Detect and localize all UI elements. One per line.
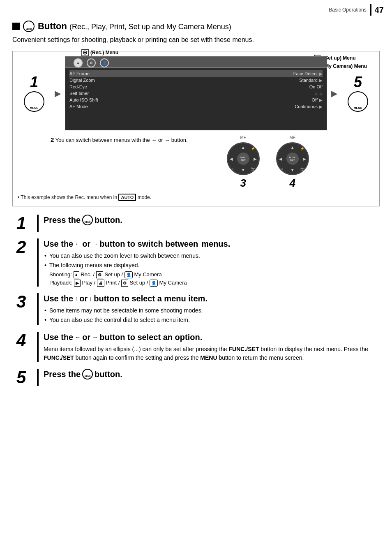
step-4-bar [37,332,39,362]
controller-step4: MF ▲ ▼ ◀ ▶ FUNCSET ⚡ ☼ 📷 4 [276,135,309,190]
step-5-menu-icon: MENU [82,369,93,379]
step-5-heading: Press the MENU button. [44,369,376,379]
step-1-bar [37,215,39,232]
setup-icon-badge-2: ⚙ [121,280,128,287]
step-4-row: 4 Use the ← or → button to select an opt… [16,332,376,362]
title-description: Convenient settings for shooting, playba… [12,35,380,44]
menu-icon-label: MENU [26,28,32,30]
step-4-number: 4 [16,332,26,349]
step-2-bullet-2: The following menus are displayed. [49,261,376,270]
print-icon-badge: 🖨 [97,280,104,287]
setup-icon-badge: ⚙ [96,271,103,278]
step-2-number-col: 2 [16,238,37,256]
header-bar [370,4,371,16]
title-square-icon [12,23,20,30]
step-3-bullet-1: Some items may not be selectable in some… [49,306,376,315]
step-3-arrow-down: ↓ [89,295,92,302]
page-header: Basic Operations 47 [329,4,392,16]
controller-center-3: FUNCSET [237,153,249,165]
step-1-menu-icon: MENU [82,215,93,225]
menu-row-self-timer: Self-timer ☼☼ [69,90,323,97]
step-3-bar [37,293,39,325]
camera-menu-items: AF Frame Face Detect ▶ Digital Zoom Stan… [65,68,327,112]
camera-tab-rec[interactable]: ● [74,58,83,67]
diagram-step2-area: 2 You can switch between menus with the … [51,135,188,145]
diagram-step5-number: 5 [354,75,362,90]
page-number: 47 [375,5,392,15]
rec-menu-callout: (Rec.) Menu [81,49,118,56]
step-3-heading: Use the ↑ or ↓ button to select a menu i… [44,293,376,304]
diagram-step3-num: 3 [240,177,246,190]
step-2-bar [37,238,39,287]
step-4-para: Menu items followed by an ellipsis (...)… [44,345,376,362]
step-3-bullet-2: You can also use the control dial to sel… [49,316,376,324]
steps-section: 1 Press the MENU button. 2 Us [12,215,380,386]
diagram-arrow-2: ▶ [331,88,337,98]
rec-icon [81,49,89,56]
step-2-body: You can also use the zoom lever to switc… [44,252,376,287]
camera-screen-area: (Rec.) Menu ● ⚙ 👤 AF Frame Face Detect ▶ [65,56,327,130]
controller-ring-3: ▲ ▼ ◀ ▶ FUNCSET ⚡ ☼ 📷 [227,142,260,175]
rec-icon-badge: ● [74,271,79,278]
step-3-number-col: 3 [16,293,37,310]
step-4-body: Menu items followed by an ellipsis (...)… [44,345,376,362]
step-3-content: Use the ↑ or ↓ button to select a menu i… [44,293,376,325]
step-2-arrow-right: → [92,240,98,248]
step-3-body: Some items may not be selectable in some… [44,306,376,324]
step-1-number: 1 [16,215,26,232]
page-title: Button (Rec., Play, Print, Set up and My… [38,21,231,32]
menu-row-af-mode: AF Mode Continuous ▶ [69,103,323,110]
step-4-heading: Use the ← or → button to select an optio… [44,332,376,342]
diagram-bottom: 2 You can switch between menus with the … [18,135,374,190]
step-4-content: Use the ← or → button to select an optio… [44,332,376,362]
step-2-number: 2 [16,238,26,256]
menu-row-red-eye: Red-Eye On Off [69,83,323,90]
step-3-arrow-up: ↑ [75,295,78,302]
step-5-bar [37,369,39,386]
auto-mode-badge: AUTO [118,194,136,201]
controllers-area: MF ▲ ▼ ◀ ▶ FUNCSET ⚡ ☼ 📷 3 [194,135,341,190]
step-2-shooting: Shooting: ● Rec. / ⚙ Set up / 👤 My Camer… [49,271,376,279]
controller-center-4: FUNCSET [286,153,299,165]
diagram-note: • This example shows the Rec. menu when … [18,194,374,201]
section-label: Basic Operations [329,7,369,13]
step-5-number: 5 [16,369,26,386]
step-1-content: Press the MENU button. [44,215,376,228]
title-section: MENU Button (Rec., Play, Print, Set up a… [12,21,380,32]
step-5-content: Press the MENU button. [44,369,376,382]
step-3-number: 3 [16,293,26,310]
menu-row-digital-zoom: Digital Zoom Standard ▶ [69,77,323,83]
step-1-row: 1 Press the MENU button. [16,215,376,232]
diagram-step2-text: 2 You can switch between menus with the … [51,135,188,145]
step-2-row: 2 Use the ← or → button to switch betwee… [16,238,376,287]
step-5-number-col: 5 [16,369,37,386]
diagram-inner: 1 MENU ▶ (Rec.) Menu [18,56,374,130]
camera-tab-setup[interactable]: ⚙ [87,58,96,67]
step-1-heading: Press the MENU button. [44,215,376,225]
controller-ring-4: ▲ ▼ ◀ ▶ FUNCSET ⚡ ☼ 📷 [276,142,309,175]
diagram-step1: 1 MENU [18,75,51,112]
menu-row-af-frame: AF Frame Face Detect ▶ [69,70,323,77]
diagram-step1-number: 1 [30,75,38,90]
svg-point-6 [84,52,86,53]
menu-row-auto-iso: Auto ISO Shift Off ▶ [69,97,323,103]
controller-mf-label-3: MF [240,135,246,140]
diagram-step4-num: 4 [290,177,295,190]
controller-mf-label-4: MF [290,135,295,140]
step-3-row: 3 Use the ↑ or ↓ button to select a menu… [16,293,376,325]
mycam-icon-badge-2: 👤 [150,280,158,287]
camera-screen: ● ⚙ 👤 AF Frame Face Detect ▶ Digital Zoo… [65,56,327,130]
step-2-arrow-left: ← [75,240,81,248]
diagram-menu-button-5: MENU [348,91,368,112]
main-content: MENU Button (Rec., Play, Print, Set up a… [0,0,392,405]
camera-tab-mycam[interactable]: 👤 [100,58,109,67]
step-2-bullet-1: You can also use the zoom lever to switc… [49,252,376,260]
camera-tabs: ● ⚙ 👤 [65,57,327,68]
diagram-menu-button-1: MENU [24,91,44,112]
step-5-row: 5 Press the MENU button. [16,369,376,386]
diagram-arrow-1: ▶ [55,88,61,98]
mycam-icon-badge: 👤 [125,271,133,278]
step-1-number-col: 1 [16,215,37,232]
diagram-box: ⚙ (Set up) Menu (My Camera) Menu 1 MENU [12,51,380,206]
step-2-playback: Playback: ▶ Play / 🖨 Print / ⚙ Set up / … [49,279,376,287]
